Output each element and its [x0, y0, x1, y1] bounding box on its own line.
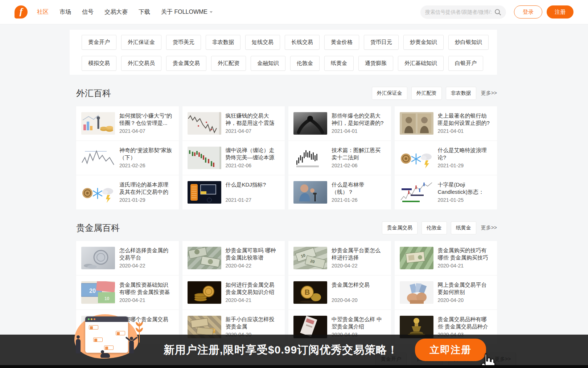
topic-tag[interactable]: 模拟交易	[82, 56, 116, 71]
article-item[interactable]: 史上最著名的银行劫匪是如何设置止损的? 2021-04-01	[395, 106, 497, 140]
nav-item[interactable]: 关于 FOLLOWME	[161, 8, 213, 16]
thumb-gann-bars-icon	[293, 147, 327, 169]
article-date: 2021-02-06	[332, 163, 386, 168]
window-dot-icon	[91, 318, 92, 320]
topic-tag[interactable]: 白银开户	[448, 56, 483, 71]
article-date: 2021-04-07	[119, 128, 174, 134]
top-nav-bar: f 社区市场信号交易大赛下载关于 FOLLOWME 登录 注册	[0, 0, 588, 24]
article-date: 2021-01-26	[332, 197, 386, 203]
thumb-trio-theory-icon	[400, 147, 433, 169]
article-title: 史上最著名的银行劫匪是如何设置止损的?	[438, 112, 492, 127]
article-title: 怎么样选择贵金属的交易平台	[119, 247, 174, 261]
article-grid: 如何摆脱“小赚大亏”的怪圈？仓位管理是... 2021-04-07 神奇的“斐波…	[76, 106, 497, 209]
thumb-gold-coins-icon	[188, 281, 221, 304]
topic-tag[interactable]: 长线交易	[285, 35, 320, 50]
article-item[interactable]: 怎么样选择贵金属的交易平台 2020-04-22	[76, 241, 179, 275]
topic-tag[interactable]: 纸黄金	[324, 56, 354, 71]
register-button[interactable]: 注册	[547, 5, 573, 19]
article-item[interactable]: 道氏理论的基本原理及其在外汇交易中的应用 2021-01-29	[76, 175, 179, 209]
article-title: 缠中说禅（缠论）走势终完美—缠论本源及...	[226, 147, 280, 161]
article-item[interactable]: 神奇的“斐波那契”家族（下） 2021-02-26	[76, 140, 179, 175]
article-title: 炒贵金属平台要怎么样进行选择	[332, 247, 386, 261]
chevron-down-icon	[210, 11, 213, 15]
window-dot-icon	[94, 318, 95, 320]
article-item[interactable]: 什么是布林带（线）？ 2021-01-26	[288, 175, 391, 209]
svg-text:20: 20	[89, 288, 96, 294]
topic-tag[interactable]: 短线交易	[245, 35, 280, 50]
article-item[interactable]: 如何进行贵金属交易 贵金属交易知识介绍 2020-04-21	[182, 275, 285, 310]
topic-tag[interactable]: 炒黄金知识	[403, 35, 444, 50]
topic-tag[interactable]: 货币美元	[166, 35, 201, 50]
article-item[interactable]: B 贵金属怎样交易 2020-04-20	[288, 275, 391, 310]
nav-item[interactable]: 市场	[59, 8, 71, 16]
followme-logo-icon[interactable]: f	[15, 5, 28, 19]
thumb-usd-notes-icon	[188, 247, 221, 269]
thumb-red-line-chart-icon	[188, 112, 221, 135]
article-date: 2020-04-21	[226, 297, 280, 303]
article-item[interactable]: 那些年爆仓的交易大神们，是如何逆袭的? 2021-04-01	[288, 106, 391, 140]
topic-tag[interactable]: 黄金价格	[324, 35, 359, 50]
topic-tag[interactable]: 金融知识	[251, 56, 285, 71]
topic-tag[interactable]: 伦敦金	[290, 56, 320, 71]
article-date: 2020-04-22	[119, 263, 174, 269]
section-tag[interactable]: 纸黄金	[451, 221, 476, 234]
section-tag[interactable]: 贵金属交易	[382, 221, 418, 234]
article-title: 那些年爆仓的交易大神们，是如何逆袭的?	[332, 112, 386, 127]
more-link[interactable]: 更多>>	[481, 225, 497, 231]
article-title: 炒贵金属可靠吗 哪种贵金属比较靠谱	[226, 247, 280, 261]
topic-tag[interactable]: 外汇交易员	[121, 56, 161, 71]
section-tag[interactable]: 外汇保证金	[372, 87, 407, 100]
topic-tag[interactable]: 外汇基础知识	[398, 56, 444, 71]
article-item[interactable]: 2010 贵金属投资基础知识有哪些 贵金属投资基础... 2020-04-21	[76, 275, 179, 310]
more-link[interactable]: 更多>>	[481, 90, 497, 97]
topic-tag[interactable]: 非农数据	[206, 35, 240, 50]
thumb-green-notes-icon	[400, 247, 433, 269]
article-item[interactable]: 什么是KDJ指标? 2021-01-27	[182, 175, 285, 209]
article-item[interactable]: 贵金属购买的技巧有哪些 贵金属购买技巧介绍 2020-04-21	[395, 241, 497, 275]
search-input[interactable]	[425, 9, 492, 15]
section-tag[interactable]: 伦敦金	[422, 221, 447, 234]
topic-tag[interactable]: 外汇保证金	[121, 35, 161, 50]
article-item[interactable]: 1020 炒贵金属平台要怎么样进行选择 2020-04-22	[288, 241, 391, 275]
topic-tag[interactable]: 贵金属交易	[166, 56, 206, 71]
article-title: 中翌贵金属怎么样 中翌贵金属介绍	[332, 316, 386, 330]
thumb-bitcoin-icon: B	[293, 281, 327, 304]
topic-tag[interactable]: 炒白银知识	[448, 35, 489, 50]
article-title: 如何进行贵金属交易 贵金属交易知识介绍	[226, 281, 280, 296]
search-icon[interactable]	[494, 9, 501, 16]
nav-item[interactable]: 下载	[139, 8, 150, 16]
nav-item[interactable]: 交易大赛	[104, 8, 128, 16]
article-date: 2021-01-25	[438, 197, 492, 203]
topic-tag[interactable]: 通货膨胀	[358, 56, 393, 71]
thumb-euro-notes-icon: 2010	[81, 281, 115, 304]
nav-item[interactable]: 社区	[37, 8, 49, 16]
login-button[interactable]: 登录	[514, 5, 542, 19]
topic-row-1: 黄金开户外汇保证金货币美元非农数据短线交易长线交易黄金价格货币日元炒黄金知识炒白…	[82, 35, 490, 50]
section-tag[interactable]: 非农数据	[446, 87, 476, 100]
register-now-button[interactable]: 立即注册	[415, 339, 486, 361]
main-nav: 社区市场信号交易大赛下载关于 FOLLOWME	[37, 8, 213, 16]
article-column: 炒贵金属可靠吗 哪种贵金属比较靠谱 2020-04-22 如何进行贵金属交易 贵…	[182, 241, 285, 344]
article-item[interactable]: 什么是艾略特波浪理论? 2021-01-29	[395, 140, 497, 175]
article-title: 贵金属交易品种有哪些 贵金属交易品种介绍	[438, 316, 492, 330]
article-item[interactable]: 技术篇：图解江恩买卖十二法则 2021-02-06	[288, 140, 391, 175]
article-item[interactable]: 疯狂赚钱的交易大神，都是用这个震荡交易... 2021-04-07	[182, 106, 285, 140]
topic-tag[interactable]: 黄金开户	[82, 35, 116, 50]
section-tag[interactable]: 外汇配资	[411, 87, 442, 100]
article-date: 2020-04-20	[438, 297, 492, 303]
article-item[interactable]: 十字星(Doji Candlestick)形态：使... 2021-01-25	[395, 175, 497, 209]
article-item[interactable]: 缠中说禅（缠论）走势终完美—缠论本源及... 2021-02-06	[182, 140, 285, 175]
article-title: 神奇的“斐波那契”家族（下）	[119, 147, 174, 161]
topic-tag[interactable]: 货币日元	[364, 35, 399, 50]
nav-item[interactable]: 信号	[82, 8, 94, 16]
article-title: 贵金属怎样交易	[332, 281, 386, 296]
article-date: 2020-04-21	[438, 263, 492, 269]
article-item[interactable]: 炒贵金属可靠吗 哪种贵金属比较靠谱 2020-04-22	[182, 241, 285, 275]
article-date: 2021-04-01	[332, 128, 386, 134]
article-title: 疯狂赚钱的交易大神，都是用这个震荡交易...	[226, 112, 280, 127]
article-column: 史上最著名的银行劫匪是如何设置止损的? 2021-04-01 什么是艾略特波浪理…	[395, 106, 497, 209]
article-title: 什么是艾略特波浪理论?	[438, 147, 492, 161]
article-item[interactable]: 如何摆脱“小赚大亏”的怪圈？仓位管理是... 2021-04-07	[76, 106, 179, 140]
article-item[interactable]: 网上贵金属交易平台要如何辨别 2020-04-20	[395, 275, 497, 310]
topic-tag[interactable]: 外汇配资	[211, 56, 246, 71]
